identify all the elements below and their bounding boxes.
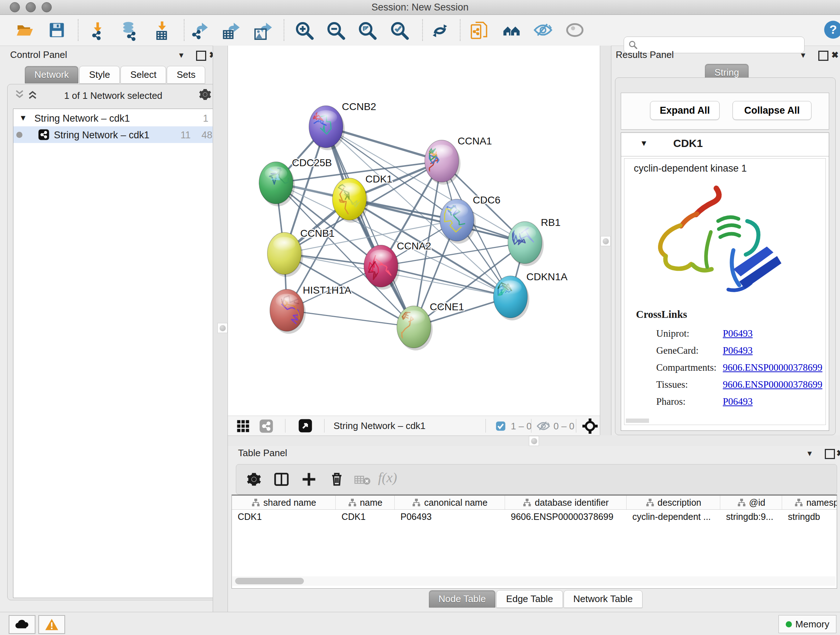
grid-view-icon[interactable] <box>237 420 249 432</box>
export-network-icon[interactable] <box>189 21 210 41</box>
column-header-database-identifier[interactable]: database identifier <box>505 496 627 509</box>
cloud-button[interactable] <box>9 615 35 634</box>
cloud-icon <box>14 619 30 630</box>
create-column-icon[interactable] <box>302 472 317 487</box>
results-section-header[interactable]: ▼ CDK1 <box>621 133 829 157</box>
crosslink-link[interactable]: P06493 <box>723 345 753 356</box>
fit-content-crosshair-icon[interactable] <box>582 418 598 434</box>
network-row-selected[interactable]: String Network – cdk1 11 48 <box>13 126 215 143</box>
table-cell[interactable]: cyclin-dependent ... <box>627 510 720 524</box>
table-options-gear-icon[interactable] <box>246 472 262 487</box>
column-type-icon <box>412 498 421 507</box>
show-all-icon[interactable] <box>565 21 585 40</box>
zoom-selected-icon[interactable] <box>390 21 410 41</box>
left-splitter-handle[interactable] <box>218 323 227 333</box>
table-header-row: shared namenamecanonical namedatabase id… <box>232 496 837 510</box>
node-label-CCNB1: CCNB1 <box>300 228 335 239</box>
collapse-all-button[interactable]: Collapse All <box>733 101 812 120</box>
toolbar-separator <box>184 19 185 41</box>
results-panel-menu-icon[interactable]: ▾ <box>801 50 805 60</box>
crosslink-link[interactable]: P06493 <box>723 396 753 407</box>
tab-select[interactable]: Select <box>120 66 166 84</box>
node-label-CCNB2: CCNB2 <box>342 101 376 112</box>
results-scrollbar[interactable] <box>626 418 649 423</box>
node-table: shared namenamecanonical namedatabase id… <box>232 494 837 589</box>
collection-count: 1 <box>203 113 208 124</box>
memory-button[interactable]: Memory <box>778 615 836 633</box>
network-view-title: String Network – cdk1 <box>333 420 425 432</box>
zoom-in-icon[interactable] <box>294 21 315 41</box>
hidden-eye-icon[interactable] <box>536 421 551 432</box>
network-collection-row[interactable]: ▼ String Network – cdk1 1 <box>13 110 215 126</box>
tab-style[interactable]: Style <box>79 66 120 84</box>
control-panel-float-icon[interactable] <box>196 51 206 61</box>
bottom-status-bar: Memory <box>0 612 840 635</box>
table-cell[interactable]: stringdb:9... <box>720 510 782 524</box>
current-network-dot-icon <box>16 132 22 138</box>
column-header-namespace[interactable]: namespace <box>782 496 837 509</box>
control-panel-menu-icon[interactable]: ▾ <box>179 50 183 60</box>
export-table-icon[interactable] <box>221 21 241 41</box>
crosslink-link[interactable]: P06493 <box>723 328 753 339</box>
column-header--id[interactable]: @id <box>720 496 782 509</box>
column-header-canonical-name[interactable]: canonical name <box>395 496 505 509</box>
table-panel-float-icon[interactable] <box>825 449 835 459</box>
table-cell[interactable]: P06493 <box>395 510 505 524</box>
node-label-CCNA2: CCNA2 <box>397 241 431 252</box>
home-networks-icon[interactable] <box>501 21 522 41</box>
save-session-icon[interactable] <box>47 21 66 40</box>
table-hscrollbar-thumb[interactable] <box>235 578 304 584</box>
delete-column-icon[interactable] <box>329 471 345 487</box>
section-collapse-triangle-icon[interactable]: ▼ <box>640 139 648 148</box>
results-panel-float-icon[interactable] <box>818 51 829 61</box>
results-panel-close-icon[interactable]: ✖ <box>831 50 838 60</box>
delete-table-icon <box>354 475 371 486</box>
export-image-icon[interactable] <box>253 21 273 41</box>
help-icon[interactable]: ? <box>823 20 840 40</box>
warnings-button[interactable] <box>38 615 65 634</box>
table-row[interactable]: CDK1CDK1P064939606.ENSP00000378699cyclin… <box>232 510 837 524</box>
show-columns-icon[interactable] <box>274 472 289 487</box>
import-table-icon[interactable] <box>152 21 172 41</box>
column-type-icon <box>347 498 357 507</box>
tab-network-table[interactable]: Network Table <box>564 590 643 608</box>
tab-node-table[interactable]: Node Table <box>429 590 496 608</box>
network-view-toolbar: String Network – cdk1 1 – 0 0 – 0 <box>228 416 600 436</box>
node-label-CDC6: CDC6 <box>473 195 500 206</box>
tab-edge-table[interactable]: Edge Table <box>496 590 563 608</box>
network-view-canvas[interactable]: CCNB2CCNA1CDC25BCDK1CDC6RB1CCNB1CCNA2CDK… <box>228 46 600 416</box>
zoom-fit-icon[interactable] <box>357 21 378 41</box>
open-session-icon[interactable] <box>15 21 34 40</box>
birds-eye-view-icon[interactable] <box>298 418 313 433</box>
apply-layout-icon[interactable] <box>430 21 450 41</box>
table-panel-close-icon[interactable]: ✖ <box>836 448 840 458</box>
hide-selected-icon[interactable] <box>533 21 553 40</box>
crosslink-link[interactable]: 9606.ENSP00000378699 <box>723 362 822 373</box>
table-cell[interactable]: 9606.ENSP00000378699 <box>505 510 627 524</box>
main-toolbar: ? <box>0 15 840 46</box>
table-cell[interactable]: stringdb <box>782 510 837 524</box>
node-label-CDKN1A: CDKN1A <box>526 271 568 282</box>
zoom-out-icon[interactable] <box>326 21 346 41</box>
collapse-triangle-icon[interactable]: ▼ <box>19 113 27 123</box>
column-header-shared-name[interactable]: shared name <box>232 496 336 509</box>
import-network-from-database-icon[interactable] <box>119 21 139 41</box>
horizontal-splitter-handle[interactable] <box>529 436 539 446</box>
clone-network-icon[interactable] <box>469 21 489 41</box>
table-panel-menu-icon[interactable]: ▾ <box>807 448 812 458</box>
table-cell[interactable]: CDK1 <box>232 510 336 524</box>
column-header-description[interactable]: description <box>627 496 720 509</box>
crosslink-link[interactable]: 9606.ENSP00000378699 <box>723 379 822 390</box>
tab-sets[interactable]: Sets <box>167 66 205 84</box>
tab-network[interactable]: Network <box>25 66 79 84</box>
network-badge-icon[interactable] <box>259 419 273 433</box>
table-cell[interactable]: CDK1 <box>336 510 395 524</box>
import-network-icon[interactable] <box>88 21 108 41</box>
expand-all-button[interactable]: Expand All <box>650 101 720 120</box>
network-options-gear-icon[interactable] <box>199 88 212 101</box>
table-hscrollbar[interactable] <box>232 576 836 586</box>
column-header-name[interactable]: name <box>336 496 395 509</box>
control-panel-title: Control Panel <box>10 49 67 60</box>
right-splitter-handle[interactable] <box>600 236 611 246</box>
selected-checkbox-icon[interactable] <box>496 421 506 431</box>
